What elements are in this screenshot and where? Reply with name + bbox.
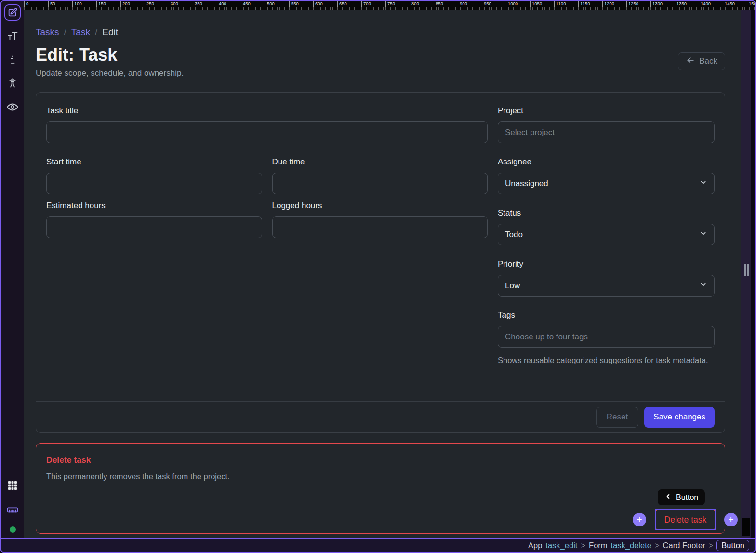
breadcrumb-separator: / xyxy=(64,27,66,38)
status-label: Status xyxy=(498,208,715,218)
project-input[interactable] xyxy=(498,121,715,143)
ruler: 0501001502002503003504004505005506006507… xyxy=(24,1,755,10)
start-time-label: Start time xyxy=(46,157,262,167)
info-icon xyxy=(7,54,18,66)
priority-value: Low xyxy=(505,281,520,291)
due-time-label: Due time xyxy=(272,157,488,167)
estimated-hours-field: Estimated hours xyxy=(46,201,262,238)
breadcrumb-link-task[interactable]: Task xyxy=(71,27,90,38)
statusbar: App task_edit > Form task_delete > Card … xyxy=(1,538,755,552)
priority-select[interactable]: Low xyxy=(498,275,715,297)
status-segment-button-selected[interactable]: Button xyxy=(716,540,749,551)
status-separator: > xyxy=(709,541,714,550)
plus-icon: + xyxy=(728,514,733,525)
estimated-hours-label: Estimated hours xyxy=(46,201,262,211)
logged-hours-field: Logged hours xyxy=(272,201,488,238)
element-tooltip-label: Button xyxy=(676,493,698,502)
task-form-card: Task title Start time xyxy=(36,92,725,433)
priority-label: Priority xyxy=(498,259,715,269)
tags-field: Tags Shows reusable categorized suggesti… xyxy=(498,310,715,366)
gutter-track xyxy=(751,10,755,538)
arrow-left-icon xyxy=(686,55,695,67)
canvas: Tasks / Task / Edit Edit: Task Update sc… xyxy=(24,10,741,538)
tags-input[interactable] xyxy=(498,326,715,348)
tags-help-text: Shows reusable categorized suggestions f… xyxy=(498,354,715,366)
status-separator: > xyxy=(581,541,585,550)
tags-label: Tags xyxy=(498,310,715,320)
status-ref-task-delete[interactable]: task_delete xyxy=(611,541,651,550)
add-element-after-button[interactable]: + xyxy=(724,513,738,526)
assignee-value: Unassigned xyxy=(505,179,548,189)
logged-hours-label: Logged hours xyxy=(272,201,488,211)
card-footer-divider xyxy=(36,504,725,504)
apps-grid-button[interactable] xyxy=(4,477,21,494)
estimated-hours-input[interactable] xyxy=(46,216,262,238)
page-title: Edit: Task xyxy=(36,44,725,66)
reset-button[interactable]: Reset xyxy=(596,407,638,428)
back-button-label: Back xyxy=(699,56,717,66)
chevron-left-icon xyxy=(664,493,672,502)
page-subtitle: Update scope, schedule, and ownership. xyxy=(36,67,725,79)
info-tool-button[interactable] xyxy=(4,52,21,68)
accessibility-tool-button[interactable] xyxy=(4,75,21,92)
status-segment-app: App xyxy=(528,541,542,550)
status-separator: > xyxy=(655,541,660,550)
priority-field: Priority Low xyxy=(498,259,715,297)
save-changes-button[interactable]: Save changes xyxy=(644,407,715,428)
status-select[interactable]: Todo xyxy=(498,224,715,245)
back-button[interactable]: Back xyxy=(678,52,725,70)
logged-hours-input[interactable] xyxy=(272,216,488,238)
status-value: Todo xyxy=(505,230,523,240)
status-dot xyxy=(10,526,16,533)
ruler-toggle-button[interactable] xyxy=(4,501,21,517)
selected-element-wrapper: Delete task xyxy=(655,509,716,530)
delete-task-description: This permanently removes the task from t… xyxy=(46,472,230,481)
due-time-field: Due time xyxy=(272,157,488,194)
delete-task-title: Delete task xyxy=(46,455,91,465)
element-tooltip: Button xyxy=(658,489,705,505)
accessibility-icon xyxy=(7,78,18,89)
pencil-square-icon xyxy=(7,7,18,18)
preview-tool-button[interactable] xyxy=(4,99,21,115)
status-segment-card-footer: Card Footer xyxy=(663,541,705,550)
status-field: Status Todo xyxy=(498,208,715,245)
left-toolbar xyxy=(1,1,24,538)
plus-icon: + xyxy=(637,514,642,525)
chevron-down-icon xyxy=(699,281,707,291)
assignee-field: Assignee Unassigned xyxy=(498,157,715,194)
text-icon xyxy=(7,30,18,42)
edit-tool-button[interactable] xyxy=(4,4,21,21)
assignee-label: Assignee xyxy=(498,157,715,167)
task-title-label: Task title xyxy=(46,106,488,116)
assignee-select[interactable]: Unassigned xyxy=(498,173,715,194)
task-title-field: Task title xyxy=(46,106,488,143)
start-time-input[interactable] xyxy=(46,173,262,194)
breadcrumb-current: Edit xyxy=(102,27,118,38)
form-card-footer: Reset Save changes xyxy=(36,401,725,432)
right-gutter xyxy=(741,10,755,538)
breadcrumb: Tasks / Task / Edit xyxy=(36,27,725,38)
breadcrumb-link-tasks[interactable]: Tasks xyxy=(36,27,59,38)
resize-handle[interactable] xyxy=(744,264,749,276)
add-element-before-button[interactable]: + xyxy=(633,513,646,526)
breadcrumb-separator: / xyxy=(95,27,97,38)
delete-task-button[interactable]: Delete task xyxy=(655,509,716,530)
status-ref-task-edit[interactable]: task_edit xyxy=(545,541,577,550)
scrollbar-thumb[interactable] xyxy=(742,518,750,536)
project-label: Project xyxy=(498,106,715,116)
chevron-down-icon xyxy=(699,178,707,189)
due-time-input[interactable] xyxy=(272,173,488,194)
grid-icon xyxy=(7,480,18,491)
chevron-down-icon xyxy=(699,229,707,240)
app-window: 0501001502002503003504004505005506006507… xyxy=(0,0,756,553)
status-segment-form: Form xyxy=(589,541,608,550)
project-field: Project xyxy=(498,106,715,143)
task-title-input[interactable] xyxy=(46,121,488,143)
delete-task-card: Delete task This permanently removes the… xyxy=(36,443,725,534)
typography-tool-button[interactable] xyxy=(4,28,21,44)
ruler-icon xyxy=(6,503,19,515)
start-time-field: Start time xyxy=(46,157,262,194)
eye-icon xyxy=(6,101,19,113)
